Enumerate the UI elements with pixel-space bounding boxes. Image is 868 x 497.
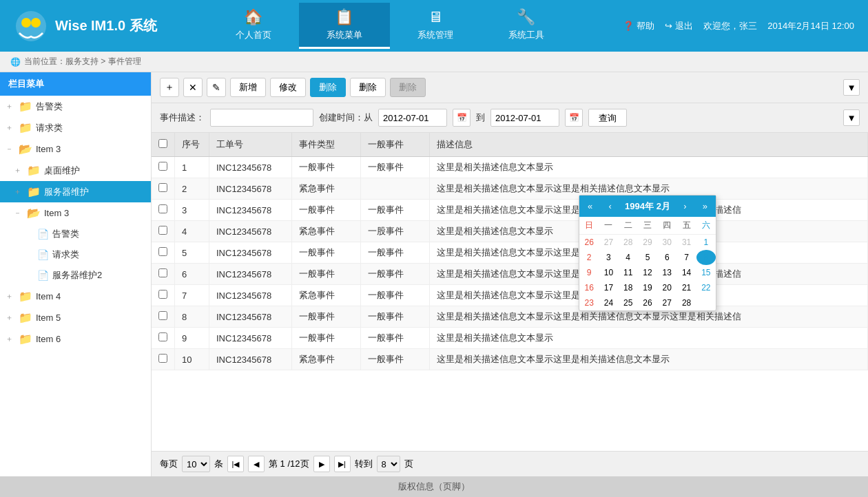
row-checkbox[interactable] [158, 162, 167, 171]
cal-day[interactable]: 7 [676, 250, 696, 265]
sidebar-item-item6[interactable]: ＋ 📁 Item 6 [0, 328, 151, 350]
first-page-button[interactable]: |◀ [227, 456, 244, 472]
folder-icon: 📁 [27, 164, 41, 177]
cal-day[interactable]: 9 [579, 265, 599, 280]
sidebar-item-request2[interactable]: ＋ 📄 请求类 [0, 244, 151, 265]
date-to-picker[interactable]: 📅 [565, 109, 583, 127]
collapse-button[interactable]: ▼ [843, 79, 860, 96]
sidebar-item-item3-sub[interactable]: － 📂 Item 3 [0, 202, 151, 224]
sidebar-item-alert[interactable]: ＋ 📁 告警类 [0, 96, 151, 117]
per-page-select[interactable]: 10 20 50 [182, 456, 210, 472]
nav-home[interactable]: 🏠 个人首页 [208, 3, 299, 49]
cal-day[interactable]: 3 [599, 250, 618, 265]
cal-day[interactable]: 26 [579, 235, 599, 250]
query-button[interactable]: 查询 [588, 109, 627, 127]
cal-day[interactable]: 19 [638, 280, 657, 295]
row-checkbox[interactable] [158, 354, 167, 363]
sidebar-item-desktop[interactable]: ＋ 📁 桌面维护 [0, 160, 151, 181]
cal-day[interactable]: 20 [657, 280, 676, 295]
cal-day[interactable]: 16 [579, 280, 599, 295]
cal-day[interactable]: 14 [676, 265, 696, 280]
select-all-checkbox[interactable] [158, 139, 167, 148]
cal-day[interactable]: 6 [657, 250, 676, 265]
help-button[interactable]: ❓ 帮助 [623, 20, 654, 32]
row-checkbox[interactable] [158, 204, 167, 213]
row-checkbox[interactable] [158, 290, 167, 299]
table-row[interactable]: 4 INC12345678 紧急事件 一股事件 这里是相关描述信息文本显示 [152, 221, 868, 242]
sidebar-item-item3[interactable]: － 📂 Item 3 [0, 138, 151, 160]
table-row[interactable]: 2 INC12345678 紧急事件 这里是相关描述信息文本显示这里是相关描述信… [152, 178, 868, 200]
search-collapse-button[interactable]: ▼ [843, 109, 860, 126]
table-row[interactable]: 9 INC12345678 一般事件 一般事件 这里是相关描述信息文本显示 [152, 328, 868, 349]
cal-day[interactable]: 13 [657, 265, 676, 280]
goto-select[interactable]: 8 [377, 456, 400, 472]
cal-day[interactable]: 4 [619, 250, 638, 265]
cal-prev-prev[interactable]: « [585, 200, 595, 213]
nav-sysadmin[interactable]: 🖥 系统管理 [390, 3, 481, 49]
cal-day[interactable]: 29 [638, 235, 657, 250]
cal-next[interactable]: › [681, 200, 689, 213]
cal-day[interactable]: 15 [696, 265, 716, 280]
cal-day[interactable]: 31 [676, 235, 696, 250]
cal-day[interactable]: 27 [599, 235, 618, 250]
cal-day[interactable]: 18 [619, 280, 638, 295]
row-checkbox[interactable] [158, 311, 167, 320]
cal-day[interactable]: 23 [579, 295, 599, 310]
cal-day[interactable]: 17 [599, 280, 618, 295]
cal-day[interactable]: 12 [638, 265, 657, 280]
table-row[interactable]: 10 INC12345678 紧急事件 一般事件 这里是相关描述信息文本显示这里… [152, 349, 868, 370]
row-checkbox[interactable] [158, 268, 167, 277]
cal-day[interactable]: 26 [638, 295, 657, 310]
cal-day[interactable]: 24 [599, 295, 618, 310]
sidebar-item-server-maintenance[interactable]: ＋ 📁 服务器维护 [0, 181, 151, 202]
cal-prev[interactable]: ‹ [606, 200, 614, 213]
table-row[interactable]: 5 INC12345678 一般事件 一般事件 这里是相关描述信息文本显示这里是… [152, 242, 868, 264]
sidebar-item-alert2[interactable]: ＋ 📄 告警类 [0, 224, 151, 244]
edit-icon-button[interactable]: ✎ [207, 78, 226, 97]
last-page-button[interactable]: ▶| [334, 456, 351, 472]
row-checkbox[interactable] [158, 183, 167, 192]
cal-day[interactable]: 2 [579, 250, 599, 265]
delete-icon-button[interactable]: ✕ [183, 78, 203, 97]
cal-day[interactable]: 22 [696, 280, 716, 295]
row-checkbox[interactable] [158, 226, 167, 235]
cal-day[interactable]: 25 [619, 295, 638, 310]
cal-day[interactable]: 8 [696, 250, 716, 265]
sidebar-item-request[interactable]: ＋ 📁 请求类 [0, 117, 151, 138]
cal-day[interactable]: 21 [676, 280, 696, 295]
cal-day[interactable]: 10 [599, 265, 618, 280]
cal-day[interactable]: 11 [619, 265, 638, 280]
edit-button[interactable]: 修改 [270, 78, 306, 97]
table-row[interactable]: 6 INC12345678 一般事件 一般事件 这里是相关描述信息文本显示这里是… [152, 264, 868, 285]
sidebar-item-item4[interactable]: ＋ 📁 Item 4 [0, 286, 151, 307]
nav-tools[interactable]: 🔧 系统工具 [481, 3, 572, 49]
table-row[interactable]: 1 INC12345678 一般事件 一般事件 这里是相关描述信息文本显示 [152, 157, 868, 178]
next-page-button[interactable]: ▶ [313, 456, 330, 472]
date-from-picker[interactable]: 📅 [453, 109, 471, 127]
date-from-input[interactable] [378, 109, 447, 127]
date-to-input[interactable] [490, 109, 559, 127]
event-input[interactable] [210, 109, 313, 127]
row-checkbox[interactable] [158, 332, 167, 341]
cal-day[interactable]: 1 [696, 235, 716, 250]
sidebar-item-server2[interactable]: ＋ 📄 服务器维护2 [0, 265, 151, 286]
table-row[interactable]: 7 INC12345678 紧急事件 一般事件 这里是相关描述信息文本显示这里是… [152, 285, 868, 306]
cal-day[interactable]: 28 [676, 295, 696, 310]
logout-button[interactable]: ↪ 退出 [665, 20, 693, 32]
table-row[interactable]: 8 INC12345678 一般事件 一般事件 这里是相关描述信息文本显示这里是… [152, 306, 868, 328]
cal-day[interactable]: 30 [657, 235, 676, 250]
logo-icon [14, 9, 48, 43]
delete-active-button[interactable]: 删除 [310, 78, 346, 97]
add-icon-button[interactable]: ＋ [160, 78, 179, 97]
row-checkbox[interactable] [158, 247, 167, 256]
sidebar-item-item5[interactable]: ＋ 📁 Item 5 [0, 307, 151, 328]
table-row[interactable]: 3 INC12345678 一般事件 一般事件 这里是相关描述信息文本显示这里是… [152, 200, 868, 221]
nav-sysmenu[interactable]: 📋 系统菜单 [299, 3, 390, 49]
add-button[interactable]: 新增 [230, 78, 266, 97]
cal-day[interactable]: 5 [638, 250, 657, 265]
cal-next-next[interactable]: » [700, 200, 710, 213]
cal-day[interactable]: 28 [619, 235, 638, 250]
delete-button2[interactable]: 删除 [350, 78, 386, 97]
prev-page-button[interactable]: ◀ [248, 456, 265, 472]
cal-day[interactable]: 27 [657, 295, 676, 310]
